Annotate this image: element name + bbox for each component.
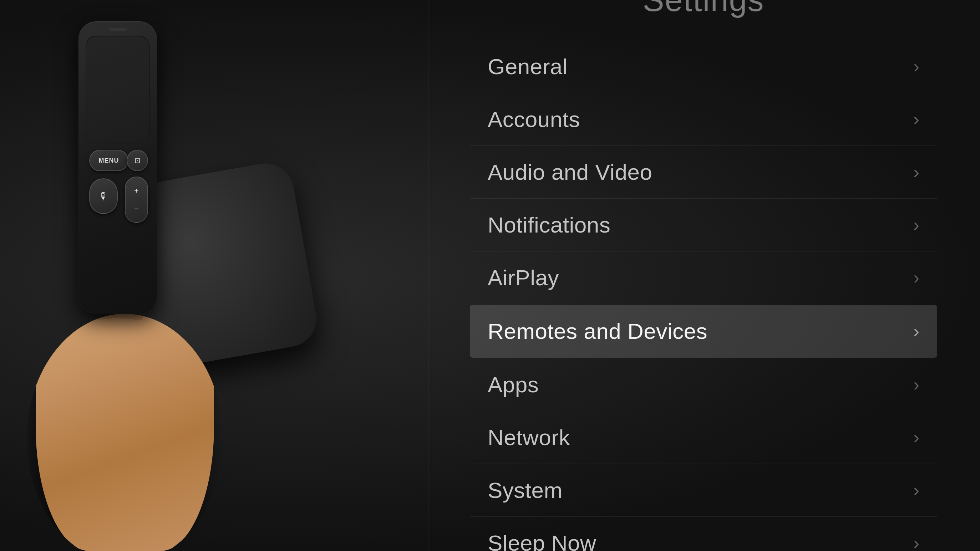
chevron-icon-remotes-and-devices: › xyxy=(913,321,920,341)
menu-item-label-network: Network xyxy=(488,425,570,450)
menu-item-label-accounts: Accounts xyxy=(488,106,580,132)
chevron-icon-accounts: › xyxy=(913,109,920,129)
volume-up-icon: + xyxy=(134,186,139,195)
menu-item-audio-and-video[interactable]: Audio and Video› xyxy=(470,146,937,198)
menu-item-label-general: General xyxy=(488,54,568,79)
remote-touch-surface[interactable] xyxy=(86,36,150,143)
chevron-icon-system: › xyxy=(913,480,920,500)
chevron-icon-general: › xyxy=(913,56,920,77)
menu-item-label-sleep-now: Sleep Now xyxy=(488,530,596,551)
chevron-icon-airplay: › xyxy=(913,267,920,288)
menu-item-apps[interactable]: Apps› xyxy=(470,359,937,411)
menu-item-remotes-and-devices[interactable]: Remotes and Devices› xyxy=(470,305,937,358)
mic-icon: 🎙 xyxy=(99,191,108,202)
settings-area: Settings General›Accounts›Audio and Vide… xyxy=(427,0,980,551)
menu-item-general[interactable]: General› xyxy=(470,40,937,93)
menu-item-system[interactable]: System› xyxy=(470,464,937,517)
menu-item-airplay[interactable]: AirPlay› xyxy=(470,251,937,304)
remote-control: MENU ⊡ 🎙 + − xyxy=(78,21,157,314)
chevron-icon-apps: › xyxy=(913,374,920,395)
chevron-icon-audio-and-video: › xyxy=(913,162,920,182)
chevron-icon-notifications: › xyxy=(913,214,920,235)
menu-item-label-audio-and-video: Audio and Video xyxy=(488,159,652,185)
menu-item-label-system: System xyxy=(488,478,563,503)
menu-item-label-notifications: Notifications xyxy=(488,212,610,238)
menu-item-sleep-now[interactable]: Sleep Now› xyxy=(470,517,937,551)
mic-button[interactable]: 🎙 xyxy=(89,178,118,214)
settings-menu-list: General›Accounts›Audio and Video›Notific… xyxy=(470,40,937,551)
menu-button-label: MENU xyxy=(99,157,119,164)
menu-button[interactable]: MENU xyxy=(89,150,129,171)
menu-item-label-remotes-and-devices: Remotes and Devices xyxy=(488,319,708,344)
chevron-icon-sleep-now: › xyxy=(913,532,920,551)
page-title: Settings xyxy=(470,0,937,19)
menu-item-network[interactable]: Network› xyxy=(470,411,937,464)
menu-item-label-airplay: AirPlay xyxy=(488,265,559,290)
menu-item-notifications[interactable]: Notifications› xyxy=(470,198,937,251)
tv-button[interactable]: ⊡ xyxy=(127,150,148,171)
volume-buttons[interactable]: + − xyxy=(125,176,148,223)
remote-sensor xyxy=(109,28,127,31)
device-area: MENU ⊡ 🎙 + − xyxy=(0,0,464,551)
volume-down-icon: − xyxy=(134,204,139,214)
menu-item-accounts[interactable]: Accounts› xyxy=(470,93,937,146)
menu-item-label-apps: Apps xyxy=(488,372,539,397)
tv-icon: ⊡ xyxy=(135,156,140,165)
chevron-icon-network: › xyxy=(913,427,920,448)
